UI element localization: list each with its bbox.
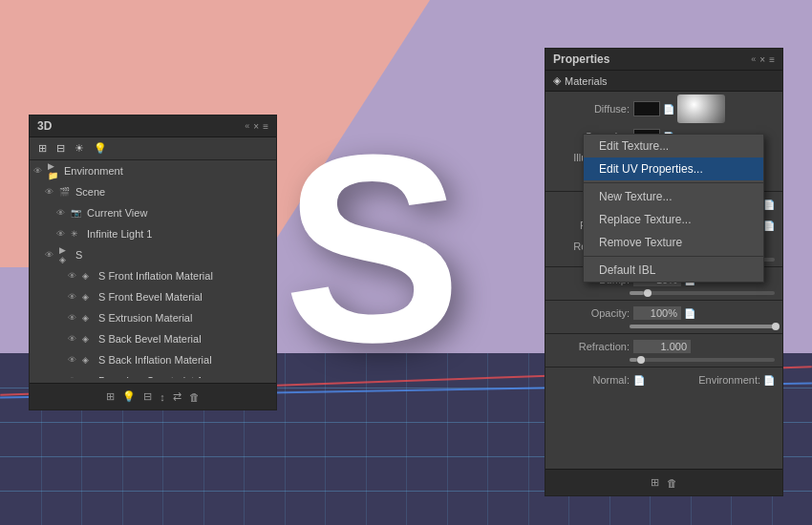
menu-divider-2	[584, 256, 763, 257]
menu-item-edit-texture[interactable]: Edit Texture...	[584, 135, 763, 158]
opacity-input[interactable]	[633, 306, 681, 320]
layer-item-s-front-bevel[interactable]: 👁 ◈ S Front Bevel Material	[30, 286, 276, 307]
diffuse-file-icon[interactable]: 📄	[663, 104, 674, 115]
bottom-icon-1[interactable]: 💡	[122, 390, 136, 403]
eye-boundary-constraint[interactable]: 👁	[68, 376, 79, 378]
eye-s-front-inflation[interactable]: 👁	[68, 271, 79, 281]
refraction-input[interactable]	[633, 340, 691, 353]
toolbar-btn-3[interactable]: 💡	[91, 141, 110, 156]
panel-props-close-icon[interactable]: ×	[759, 54, 765, 65]
layer-name-s: S	[75, 249, 272, 261]
layer-item-infinite-light-1[interactable]: 👁 ✳ Infinite Light 1	[30, 223, 276, 244]
panel-props-title: Properties	[553, 52, 609, 66]
opacity-slider-container	[630, 325, 775, 328]
type-environment: ▶ 📁	[48, 161, 61, 180]
layer-item-s[interactable]: 👁 ▶ ◈ S	[30, 244, 276, 265]
eye-s-extrusion[interactable]: 👁	[68, 313, 79, 323]
bottom-icon-0[interactable]: ⊞	[106, 390, 115, 403]
context-menu: Edit Texture... Edit UV Properties... Ne…	[583, 134, 764, 283]
layer-list: 👁 ▶ 📁 Environment 👁 🎬 Scene 👁 📷 Current …	[30, 160, 276, 378]
prop-value-refraction	[633, 340, 775, 353]
bump-slider-row	[545, 290, 782, 298]
materials-tab-icon: ◈	[553, 74, 561, 87]
opacity-file-icon[interactable]: 📄	[684, 308, 695, 319]
panel-3d: 3D « × ≡ ⊞ ⊟ ☀ 💡 👁 ▶ 📁 Environment 👁 🎬 S…	[29, 115, 277, 410]
type-s-back-inflation: ◈	[82, 355, 96, 365]
eye-s-back-bevel[interactable]: 👁	[68, 334, 79, 344]
menu-item-new-texture[interactable]: New Texture...	[584, 185, 763, 208]
layer-name-s-back-bevel: S Back Bevel Material	[98, 333, 272, 345]
eye-infinite-light-1[interactable]: 👁	[56, 229, 68, 239]
eye-current-view[interactable]: 👁	[56, 208, 68, 218]
panel-props-header-icons: « × ≡	[751, 54, 775, 65]
divider-5	[545, 367, 782, 368]
materials-tab-label: Materials	[565, 75, 608, 87]
refraction-slider-row	[545, 357, 782, 365]
bottom-icon-5[interactable]: 🗑	[189, 391, 200, 403]
refraction-slider[interactable]	[630, 358, 775, 362]
eye-scene[interactable]: 👁	[45, 187, 56, 197]
panel-3d-menu-icon[interactable]: ≡	[263, 121, 268, 132]
eye-environment[interactable]: 👁	[33, 166, 45, 176]
layer-item-current-view[interactable]: 👁 📷 Current View	[30, 202, 276, 223]
layer-name-s-extrusion: S Extrusion Material	[98, 312, 272, 324]
menu-item-default-ibl[interactable]: Default IBL	[584, 259, 763, 282]
bump-slider-container	[630, 291, 775, 295]
layer-item-environment[interactable]: 👁 ▶ 📁 Environment	[30, 160, 276, 181]
tab-materials[interactable]: ◈ Materials	[553, 74, 608, 87]
panel-3d-toolbar: ⊞ ⊟ ☀ 💡	[30, 137, 276, 160]
prop-row-opacity: Opacity: 📄	[545, 303, 782, 324]
environment-file-icon[interactable]: 📄	[763, 375, 775, 386]
toolbar-btn-2[interactable]: ☀	[72, 141, 87, 156]
menu-item-remove-texture[interactable]: Remove Texture	[584, 231, 763, 254]
layer-item-scene[interactable]: 👁 🎬 Scene	[30, 181, 276, 202]
props-bottom-icon-1[interactable]: 🗑	[667, 477, 677, 489]
layer-name-environment: Environment	[64, 165, 272, 177]
props-tab-bar: ◈ Materials	[545, 71, 782, 92]
layer-item-s-back-bevel[interactable]: 👁 ◈ S Back Bevel Material	[30, 328, 276, 349]
prop-row-refraction: Refraction:	[545, 336, 782, 357]
normal-file-icon[interactable]: 📄	[633, 375, 645, 386]
opacity-slider[interactable]	[630, 325, 775, 328]
prop-value-opacity: 📄	[633, 306, 775, 320]
layer-name-scene: Scene	[75, 186, 272, 198]
menu-item-replace-texture[interactable]: Replace Texture...	[584, 208, 763, 231]
prop-label-opacity: Opacity:	[553, 307, 630, 319]
bottom-icon-4[interactable]: ⇄	[173, 390, 182, 403]
type-s-front-bevel: ◈	[82, 292, 96, 302]
type-s-back-bevel: ◈	[82, 334, 96, 344]
type-s: ▶ ◈	[59, 245, 73, 264]
type-s-front-inflation: ◈	[82, 271, 96, 281]
toolbar-btn-0[interactable]: ⊞	[35, 141, 50, 156]
bump-slider[interactable]	[630, 291, 775, 295]
bottom-icon-2[interactable]: ⊟	[143, 390, 152, 403]
menu-divider-1	[584, 182, 763, 183]
toolbar-btn-1[interactable]: ⊟	[53, 141, 68, 156]
panel-3d-close-icon[interactable]: ×	[253, 121, 259, 132]
layer-name-current-view: Current View	[87, 207, 272, 219]
layer-item-s-extrusion[interactable]: 👁 ◈ S Extrusion Material	[30, 307, 276, 328]
layer-item-s-back-inflation[interactable]: 👁 ◈ S Back Inflation Material	[30, 349, 276, 370]
panel-props-menu-icon[interactable]: ≡	[769, 54, 775, 65]
diffuse-swatch-black[interactable]	[633, 101, 660, 116]
panel-3d-collapse-icon[interactable]: «	[245, 121, 249, 131]
type-boundary-constraint: ○	[82, 376, 96, 378]
panel-3d-title: 3D	[37, 119, 52, 133]
layer-item-s-front-inflation[interactable]: 👁 ◈ S Front Inflation Material	[30, 265, 276, 286]
panel-props-collapse-icon[interactable]: «	[751, 54, 756, 64]
eye-s[interactable]: 👁	[45, 250, 56, 260]
menu-item-edit-uv-properties[interactable]: Edit UV Properties...	[584, 158, 763, 180]
layer-name-infinite-light-1: Infinite Light 1	[87, 228, 272, 240]
prop-label-normal: Normal:	[553, 374, 630, 386]
prop-row-normal-env: Normal: 📄 Environment: 📄	[545, 369, 782, 390]
reflection-file-icon[interactable]: 📄	[763, 220, 775, 231]
eye-s-front-bevel[interactable]: 👁	[68, 292, 79, 302]
bottom-icon-3[interactable]: ↕	[160, 391, 165, 403]
layer-item-boundary-constraint[interactable]: 👁 ○ Boundary Constraint 1	[30, 370, 276, 378]
shine-file-icon[interactable]: 📄	[763, 200, 775, 210]
eye-s-back-inflation[interactable]: 👁	[68, 355, 79, 365]
props-bottom-icon-0[interactable]: ⊞	[651, 476, 659, 489]
prop-label-diffuse: Diffuse:	[553, 103, 630, 115]
layer-name-boundary-constraint: Boundary Constraint 1	[98, 375, 272, 378]
type-s-extrusion: ◈	[82, 313, 96, 323]
